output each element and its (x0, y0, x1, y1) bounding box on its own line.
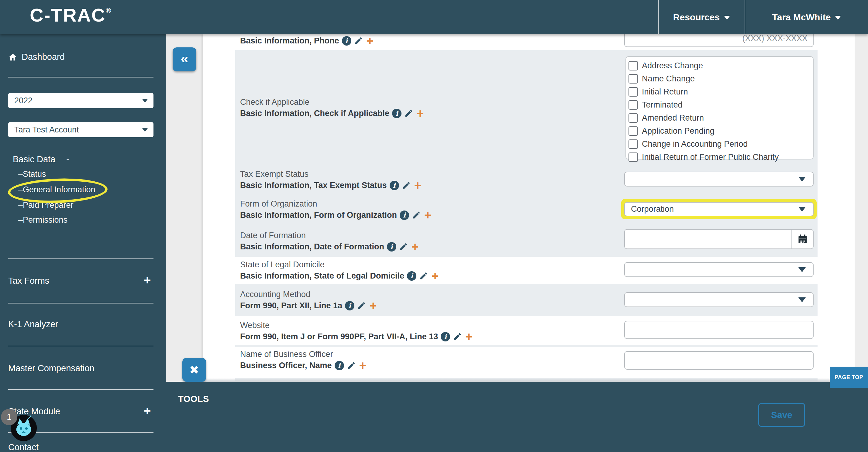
chevron-down-icon (798, 177, 806, 182)
accounting-method-select[interactable] (624, 292, 814, 307)
sidebar-item-permissions[interactable]: –Permissions (18, 215, 67, 225)
state-of-legal-domicile-select[interactable] (624, 262, 814, 277)
expand-plus-icon[interactable]: + (144, 407, 151, 415)
sidebar-divider (8, 303, 153, 303)
info-icon[interactable]: i (345, 301, 354, 311)
info-icon[interactable]: i (342, 36, 351, 45)
checkbox-icon (628, 139, 638, 149)
checkbox-icon (628, 126, 638, 136)
form-content: Basic Information, Phone i + Check if Ap… (203, 34, 868, 382)
registered-mark: ® (106, 6, 111, 14)
checkbox-initial-return[interactable]: Initial Return (628, 85, 813, 98)
checkbox-terminated[interactable]: Terminated (628, 98, 813, 111)
phone-sublabel: Basic Information, Phone (240, 35, 339, 46)
checkbox-icon (628, 100, 638, 110)
sidebar-item-contact[interactable]: Contact (8, 442, 39, 452)
pencil-icon[interactable] (404, 109, 413, 118)
add-icon[interactable]: + (411, 242, 418, 251)
chevron-down-icon (798, 267, 806, 272)
add-icon[interactable]: + (367, 36, 374, 45)
row-divider (235, 345, 817, 347)
pencil-icon[interactable] (357, 301, 366, 310)
checkbox-application-pending[interactable]: Application Pending (628, 125, 813, 138)
add-icon[interactable]: + (465, 332, 472, 341)
home-icon (8, 53, 17, 62)
calendar-button[interactable] (792, 230, 813, 249)
resources-menu[interactable]: Resources (659, 0, 745, 34)
logo-text: C-TRAC (30, 5, 106, 26)
checkbox-initial-return-former-charity[interactable]: Initial Return of Former Public Charity (628, 151, 813, 164)
save-button[interactable]: Save (758, 403, 805, 427)
page-top-button[interactable]: PAGE TOP (830, 367, 868, 388)
info-icon[interactable]: i (392, 109, 401, 118)
sidebar-divider (8, 259, 153, 259)
add-icon[interactable]: + (370, 301, 377, 310)
pencil-icon[interactable] (412, 211, 421, 220)
add-icon[interactable]: + (417, 109, 424, 118)
info-icon[interactable]: i (390, 181, 399, 190)
expand-plus-icon[interactable]: + (144, 276, 151, 284)
sidebar-divider (8, 346, 153, 346)
business-officer-name-input[interactable] (624, 351, 814, 370)
top-header: C-TRAC® Resources Tara McWhite (0, 0, 868, 34)
checkbox-amended-return[interactable]: Amended Return (628, 111, 813, 125)
add-icon[interactable]: + (414, 181, 421, 190)
sidebar-item-tax-forms[interactable]: Tax Forms (8, 276, 49, 286)
sidebar-item-dashboard[interactable]: Dashboard (8, 52, 65, 62)
pencil-icon[interactable] (354, 36, 363, 45)
sidebar-item-status[interactable]: –Status (18, 169, 46, 179)
tools-title: TOOLS (178, 394, 209, 404)
date-of-formation-input[interactable] (625, 230, 792, 249)
user-menu[interactable]: Tara McWhite (745, 0, 868, 34)
form-of-organization-value: Corporation (631, 204, 674, 214)
checkbox-address-change[interactable]: Address Change (628, 59, 813, 72)
pencil-icon[interactable] (419, 271, 428, 280)
website-input[interactable] (624, 321, 814, 339)
pencil-icon[interactable] (347, 361, 356, 370)
add-icon[interactable]: + (432, 271, 439, 280)
sidebar-item-master-compensation[interactable]: Master Compensation (8, 363, 95, 373)
checkbox-icon (628, 61, 638, 70)
add-icon[interactable]: + (424, 211, 431, 220)
sidebar-collapse-button[interactable]: « (173, 47, 196, 71)
info-icon[interactable]: i (335, 361, 344, 370)
sidebar-group-basic-data[interactable]: Basic Data - (13, 154, 69, 164)
tools-close-button[interactable]: ✖ (182, 358, 206, 382)
account-select[interactable]: Tara Test Account (8, 122, 153, 137)
tax-exempt-status-select[interactable] (624, 172, 814, 187)
scrollbar-track[interactable] (855, 34, 868, 382)
form-of-organization-select[interactable]: Corporation (624, 202, 814, 216)
info-icon[interactable]: i (407, 271, 416, 281)
year-select[interactable]: 2022 (8, 93, 153, 108)
info-icon[interactable]: i (441, 332, 450, 342)
checkbox-name-change[interactable]: Name Change (628, 72, 813, 85)
calendar-icon (797, 234, 808, 245)
pencil-icon[interactable] (399, 242, 408, 251)
account-select-value: Tara Test Account (14, 125, 79, 135)
checkbox-change-accounting-period[interactable]: Change in Accounting Period (628, 138, 813, 151)
info-icon[interactable]: i (387, 242, 396, 252)
pencil-icon[interactable] (402, 181, 411, 190)
checkbox-icon (628, 87, 638, 97)
pencil-icon[interactable] (453, 332, 462, 341)
field-label-accounting-method: Accounting Method Form 990, Part XII, Li… (240, 289, 377, 311)
chevron-down-icon (835, 16, 841, 20)
chevron-down-icon (142, 128, 148, 132)
info-icon[interactable]: i (400, 211, 409, 220)
sidebar-gutter (166, 34, 203, 382)
date-of-formation-group (624, 229, 814, 249)
phone-input[interactable] (624, 34, 814, 47)
sidebar: Dashboard 2022 Tara Test Account Basic D… (0, 34, 166, 452)
field-label-phone: Basic Information, Phone i + (240, 35, 374, 46)
add-icon[interactable]: + (359, 361, 366, 370)
checkbox-icon (628, 74, 638, 84)
user-name-label: Tara McWhite (772, 12, 831, 23)
sidebar-divider (8, 389, 153, 390)
app-logo[interactable]: C-TRAC® (30, 4, 111, 26)
chevron-down-icon (798, 297, 806, 302)
collapse-indicator: - (66, 154, 69, 164)
checkbox-icon (628, 153, 638, 162)
bottom-shadow (203, 378, 868, 382)
highlight-box-annotation: Corporation (621, 199, 817, 219)
sidebar-item-k1-analyzer[interactable]: K-1 Analyzer (8, 319, 58, 329)
